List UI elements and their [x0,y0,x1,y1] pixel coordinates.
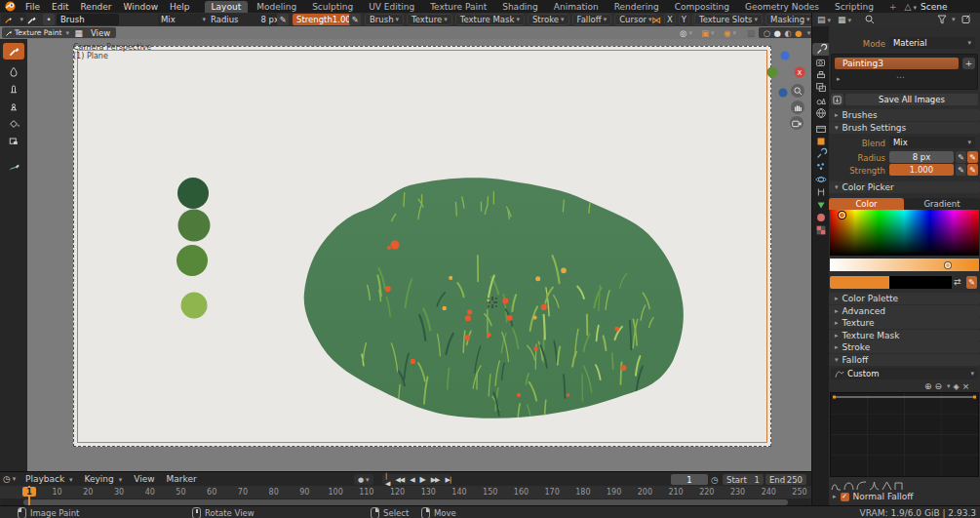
primary-color-swatch[interactable] [117,14,154,25]
radius-pen-icon[interactable]: ✎ [956,151,966,163]
texture-slot-item[interactable]: Painting3 [835,58,959,69]
end-frame-field[interactable]: End250 [765,474,806,485]
timeline-menu-playback[interactable]: Playback ▾ [25,474,73,484]
properties-tab-texture[interactable] [812,223,830,236]
workspace-tab-compositing[interactable]: Compositing [668,1,736,13]
next-keyframe-icon[interactable]: ▶▶ [428,476,443,484]
preset-smooth-icon[interactable] [831,480,842,491]
falloff-panel-header[interactable]: ▾Falloff [829,354,980,366]
properties-tab-scene[interactable] [812,94,830,106]
workspace-tab-rendering[interactable]: Rendering [608,1,666,13]
stopwatch-icon[interactable]: ◷ [711,475,719,485]
strength-slider[interactable]: 1.000 [889,164,954,176]
curve-tools-dropdown-icon[interactable]: ▾ [947,382,951,390]
popover-falloff[interactable]: Falloff ▾ [572,14,612,25]
curve-zoom-out-icon[interactable]: ⊖ [935,381,943,391]
brush-preview-icon[interactable]: • [43,14,55,25]
properties-tab-physics[interactable] [812,173,830,185]
filter-chevron-icon[interactable]: ▾ [952,16,956,23]
workspace-tab-scripting[interactable]: Scripting [828,1,881,13]
add-workspace-button[interactable]: + [882,1,904,13]
viewport-canvas[interactable]: Camera Perspective (1) Plane X [27,39,811,471]
menu-edit[interactable]: Edit [46,2,74,12]
options-icon[interactable] [961,15,971,24]
workspace-tab-modeling[interactable]: Modeling [250,1,303,13]
properties-tab-object-data[interactable] [812,198,830,211]
clone-tool-button[interactable] [3,98,24,114]
menu-render[interactable]: Render [75,2,118,12]
swap-colors-icon[interactable]: ⇄ [954,277,961,287]
slot-more-icon[interactable]: ⋯ [896,72,905,82]
workspace-tab-sculpting[interactable]: Sculpting [305,1,360,13]
strength-pen-icon[interactable]: ✎ [956,164,966,176]
menu-window[interactable]: Window [118,2,165,12]
color-palette-panel-header[interactable]: ▸Color Palette [829,293,980,304]
properties-tab-render[interactable] [812,56,830,68]
normal-falloff-checkbox[interactable]: ✓ [841,493,849,501]
strength-pressure-icon[interactable]: ✎ [349,14,361,25]
current-frame-marker[interactable]: 1 [22,487,36,497]
properties-tab-tool[interactable] [812,43,830,56]
mode-dropdown[interactable]: Texture Paint▾ [2,27,72,38]
menu-help[interactable]: Help [164,2,196,12]
blend-mode-dropdown[interactable]: Mix▾ [158,14,209,25]
mirror-x-toggle[interactable]: X [664,14,676,25]
workspace-tab-geometry-nodes[interactable]: Geometry Nodes [738,1,826,13]
auto-keying-button[interactable]: ●▾ [354,474,373,485]
popover-masking[interactable]: Masking ▾ [765,14,815,25]
curve-zoom-in-icon[interactable]: ⊕ [924,381,932,391]
radius-pressure-icon[interactable]: ✎ [277,14,289,25]
search-icon[interactable] [865,15,875,24]
advanced-panel-header[interactable]: ▸Advanced [829,305,980,317]
workspace-tab-shading[interactable]: Shading [495,1,545,13]
properties-tab-material[interactable] [812,211,830,223]
shading-dropdown-icon[interactable]: ▾ [807,29,811,37]
shading-material-icon[interactable]: ◐ [784,28,791,38]
properties-tab-collection[interactable] [812,122,830,135]
preset-sharp-icon[interactable] [869,480,880,491]
save-all-images-button[interactable]: Save All Images [845,94,978,105]
camera-view-icon[interactable] [790,116,804,130]
color-tab[interactable]: Color [829,198,904,210]
properties-tab-output[interactable] [812,68,830,81]
blend-dropdown[interactable]: Mix▾ [889,137,975,148]
value-slider[interactable] [830,259,979,271]
play-icon[interactable]: ▶ [417,475,428,484]
curve-delete-icon[interactable]: × [962,381,970,391]
menu-file[interactable]: File [20,2,46,12]
brush-settings-panel-header[interactable]: ▾Brush Settings [829,122,980,134]
radius-slider[interactable]: 8 px [889,151,954,163]
expand-icon[interactable]: ▸ [833,493,837,500]
falloff-preset-dropdown[interactable]: Custom▾ [831,368,978,379]
move-view-icon[interactable] [791,100,804,114]
fill-tool-button[interactable] [3,115,24,132]
draw-tool-button[interactable] [3,43,24,60]
radius-slider[interactable]: Radius8 px [207,14,283,25]
zoom-view-icon[interactable] [791,84,804,98]
workspace-tab-layout[interactable]: Layout [205,1,249,13]
current-frame-field[interactable]: 1 [671,474,708,485]
color-picker-panel-header[interactable]: ▾Color Picker [829,181,980,193]
properties-tab-modifiers[interactable] [812,147,830,160]
filter-icon[interactable] [937,15,947,24]
mode-dropdown[interactable]: Material▾ [889,37,975,49]
shading-rendered-icon[interactable]: ● [795,28,802,38]
shading-solid-icon[interactable]: ● [773,28,780,38]
brush-icon[interactable] [23,14,39,25]
mask-tool-button[interactable] [3,133,24,149]
radius-pressure-icon[interactable]: ✎ [967,151,978,163]
popover-stroke[interactable]: Stroke ▾ [528,14,569,25]
timeline-menu-keying[interactable]: Keying ▾ [85,474,123,484]
workspace-tab-animation[interactable]: Animation [547,1,606,13]
timeline-ruler[interactable]: 1020304050607080901001101201301401501601… [0,486,811,498]
gradient-tab[interactable]: Gradient [904,198,980,210]
play-reverse-icon[interactable]: ◀ [407,476,416,484]
mirror-y-toggle[interactable]: Y [679,14,689,25]
preset-root-icon[interactable] [856,480,867,491]
primary-color-swatch[interactable] [830,276,889,289]
display-mode-icon[interactable]: ▦▾ [838,15,851,24]
preset-sphere-icon[interactable] [843,480,854,491]
hsv-color-square[interactable] [830,210,979,256]
smear-tool-button[interactable] [3,80,24,97]
brushes-panel-header[interactable]: ▸Brushes [829,109,980,121]
